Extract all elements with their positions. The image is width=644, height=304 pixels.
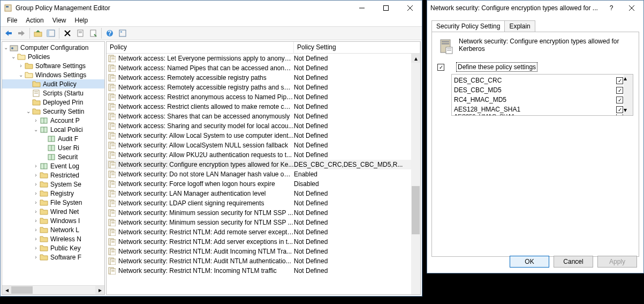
enc-checkbox[interactable]: ✓ xyxy=(616,77,623,84)
policy-row[interactable]: Network security: Configure encryption t… xyxy=(107,160,420,169)
tree-networkl[interactable]: ›Network L xyxy=(2,225,104,234)
col-setting[interactable]: Policy Setting xyxy=(294,42,420,53)
up-button[interactable] xyxy=(32,27,44,39)
tree-twisty[interactable]: ⌄ xyxy=(32,127,40,132)
tree-local[interactable]: ⌄Local Polici xyxy=(2,125,104,134)
back-button[interactable] xyxy=(3,27,14,39)
tree-windowsf[interactable]: ›Windows I xyxy=(2,216,104,225)
tree-auditr[interactable]: Audit F xyxy=(2,134,104,143)
enc-item[interactable]: AES256_HMAC_SHA1✓ xyxy=(454,114,623,116)
policy-row[interactable]: Network access: Let Everyone permissions… xyxy=(107,54,420,63)
scroll-thumb[interactable] xyxy=(412,186,420,234)
tree-twisty[interactable]: › xyxy=(32,181,40,187)
tree-twisty[interactable]: › xyxy=(32,209,40,214)
tree-wirelessn[interactable]: ›Wireless N xyxy=(2,234,104,243)
policy-row[interactable]: Network security: Force logoff when logo… xyxy=(107,179,420,189)
scroll-up-icon[interactable]: ▴ xyxy=(411,54,420,63)
tree-twisty[interactable]: › xyxy=(32,117,40,123)
forward-button[interactable] xyxy=(16,27,27,39)
apply-button[interactable]: Apply xyxy=(597,256,637,268)
ok-button[interactable]: OK xyxy=(510,256,549,268)
help-button[interactable]: ? xyxy=(104,27,116,39)
tree-wirednet[interactable]: ›Wired Net xyxy=(2,207,104,216)
policy-row[interactable]: Network access: Restrict clients allowed… xyxy=(107,102,420,112)
scroll-right-icon[interactable]: ▸ xyxy=(95,286,104,294)
tab-security-policy[interactable]: Security Policy Setting xyxy=(431,20,505,32)
minimize-button[interactable] xyxy=(350,1,374,16)
enc-item[interactable]: DES_CBC_MD5✓ xyxy=(454,85,623,95)
col-policy[interactable]: Policy xyxy=(107,42,294,53)
delete-button[interactable] xyxy=(62,27,73,39)
export-button[interactable] xyxy=(87,27,99,39)
tree-softwarer[interactable]: ›Software F xyxy=(2,253,104,262)
close-button[interactable] xyxy=(398,1,422,16)
policy-row[interactable]: Network security: Do not store LAN Manag… xyxy=(107,169,420,179)
policy-row[interactable]: Network access: Restrict anonymous acces… xyxy=(107,92,420,102)
tree-eventlog[interactable]: ›Event Log xyxy=(2,161,104,170)
policy-row[interactable]: Network access: Sharing and security mod… xyxy=(107,121,420,131)
tree-account[interactable]: ›Account P xyxy=(2,116,104,125)
tree-twisty[interactable]: ⌄ xyxy=(25,108,32,114)
policy-row[interactable]: Network security: Allow Local System to … xyxy=(107,131,420,140)
tree-twisty[interactable]: › xyxy=(32,227,40,233)
dlg-help-button[interactable]: ? xyxy=(603,1,619,16)
enc-checkbox[interactable]: ✓ xyxy=(616,87,623,94)
tree-twisty[interactable]: ⌄ xyxy=(2,45,10,50)
policy-row[interactable]: Network access: Named Pipes that can be … xyxy=(107,63,420,73)
filter-button[interactable] xyxy=(117,27,128,39)
properties-button[interactable] xyxy=(74,27,86,39)
policy-row[interactable]: Network security: LAN Manager authentica… xyxy=(107,189,420,198)
tree-deployed[interactable]: Deployed Prin xyxy=(2,98,104,107)
tree-twisty[interactable]: ⌄ xyxy=(10,54,17,60)
tree-twisty[interactable]: ⌄ xyxy=(17,72,25,78)
tab-explain[interactable]: Explain xyxy=(505,20,535,32)
menu-file[interactable]: File xyxy=(3,16,21,26)
policy-row[interactable]: Network security: Minimum session securi… xyxy=(107,208,420,218)
enc-item[interactable]: AES128_HMAC_SHA1✓ xyxy=(454,105,623,114)
tree-publickey[interactable]: ›Public Key xyxy=(2,243,104,253)
policy-row[interactable]: Network security: Restrict NTLM: Incomin… xyxy=(107,266,420,276)
tree-twisty[interactable]: › xyxy=(32,172,40,178)
tree-policies[interactable]: ⌄Policies xyxy=(2,52,104,61)
tree-gpme[interactable]: ⌄Computer Configuration xyxy=(2,43,104,52)
policy-row[interactable]: Network security: Restrict NTLM: Audit I… xyxy=(107,247,420,256)
policy-row[interactable]: Network security: LDAP client signing re… xyxy=(107,198,420,208)
tree-twisty[interactable]: › xyxy=(17,63,25,69)
tree-scripts[interactable]: Scripts (Startu xyxy=(2,88,104,98)
cancel-button[interactable]: Cancel xyxy=(554,256,593,268)
policy-row[interactable]: Network security: Allow PKU2U authentica… xyxy=(107,150,420,160)
policy-row[interactable]: Network security: Restrict NTLM: Add ser… xyxy=(107,237,420,247)
define-checkbox[interactable]: ✓ xyxy=(437,64,444,71)
enc-checkbox[interactable]: ✓ xyxy=(616,106,623,113)
enc-checkbox[interactable]: ✓ xyxy=(616,97,623,103)
enc-vscrollbar[interactable]: ▴ ▾ xyxy=(624,75,633,115)
tree-registry[interactable]: ›Registry xyxy=(2,189,104,198)
tree-twisty[interactable]: › xyxy=(32,254,40,260)
tree-systemse[interactable]: ›System Se xyxy=(2,180,104,189)
list-vscrollbar[interactable]: ▴ xyxy=(411,54,420,294)
enc-checkbox[interactable]: ✓ xyxy=(616,114,623,116)
show-hide-button[interactable] xyxy=(45,27,57,39)
policy-row[interactable]: Network access: Shares that can be acces… xyxy=(107,112,420,121)
tree-twisty[interactable]: › xyxy=(32,199,40,205)
tree-twisty[interactable]: › xyxy=(32,163,40,169)
dlg-close-button[interactable] xyxy=(619,1,643,16)
policy-row[interactable]: Network security: Restrict NTLM: Add rem… xyxy=(107,227,420,237)
scroll-up-icon[interactable]: ▴ xyxy=(624,75,633,84)
menu-view[interactable]: View xyxy=(48,16,71,26)
tree-hscrollbar[interactable]: ◂ ▸ xyxy=(2,285,104,294)
tree-userri[interactable]: User Ri xyxy=(2,143,104,152)
policy-row[interactable]: Network access: Remotely accessible regi… xyxy=(107,83,420,92)
tree-windows[interactable]: ⌄Windows Settings xyxy=(2,70,104,79)
tree-twisty[interactable]: › xyxy=(32,236,40,242)
enc-item[interactable]: DES_CBC_CRC✓ xyxy=(454,76,623,85)
policy-row[interactable]: Network security: Allow LocalSystem NULL… xyxy=(107,140,420,150)
tree-securi[interactable]: Securit xyxy=(2,152,104,161)
tree-twisty[interactable]: › xyxy=(32,245,40,251)
tree-restricted[interactable]: ›Restricted xyxy=(2,170,104,180)
scroll-thumb[interactable] xyxy=(11,286,33,294)
policy-row[interactable]: Network security: Minimum session securi… xyxy=(107,218,420,227)
tree-twisty[interactable]: › xyxy=(32,218,40,224)
tree-software[interactable]: ›Software Settings xyxy=(2,61,104,70)
scroll-down-icon[interactable]: ▾ xyxy=(624,106,633,115)
